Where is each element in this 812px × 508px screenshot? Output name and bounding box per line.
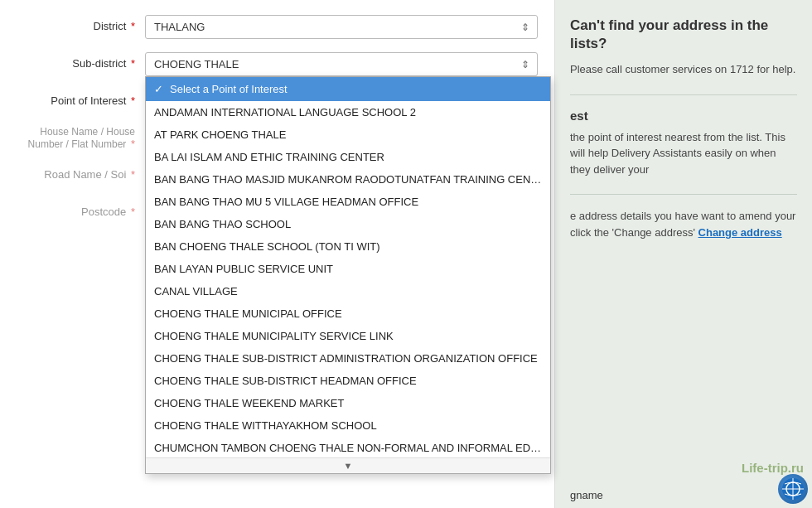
- change-address-link[interactable]: Change address: [698, 226, 782, 239]
- house-required: *: [131, 138, 135, 150]
- house-label: House Name / House Number / Flat Number …: [17, 120, 145, 150]
- district-select[interactable]: THALANG: [145, 15, 538, 39]
- list-item[interactable]: BAN BANG THAO SCHOOL: [146, 213, 550, 235]
- cant-find-section: Can't find your address in the lists? Pl…: [570, 17, 797, 78]
- poi-label: Point of Interest *: [17, 90, 145, 107]
- logo-area: [778, 474, 808, 504]
- list-item[interactable]: CHOENG THALE WEEKEND MARKET: [146, 392, 550, 414]
- poi-required: *: [131, 94, 135, 107]
- right-panel: Can't find your address in the lists? Pl…: [555, 0, 812, 508]
- poi-selected-text: Select a Point of Interest: [170, 83, 288, 95]
- checkmark-icon: ✓: [154, 83, 163, 95]
- list-item[interactable]: BAN LAYAN PUBLIC SERVICE UNIT: [146, 258, 550, 280]
- logo-circle-icon: [778, 474, 808, 504]
- list-item[interactable]: CHOENG THALE MUNICIPAL OFFICE: [146, 302, 550, 325]
- road-required: *: [131, 168, 135, 181]
- cant-find-text: Please call customer services on 1712 fo…: [570, 61, 797, 78]
- subdistrict-label: Sub-district *: [17, 52, 145, 70]
- subdistrict-required: *: [131, 57, 135, 70]
- around-travels-icon: [781, 477, 805, 501]
- list-item[interactable]: BAN BANG THAO MU 5 VILLAGE HEADMAN OFFIC…: [146, 191, 550, 213]
- subdistrict-field: CHOENG THALE ⇕: [145, 52, 538, 76]
- poi-dropdown-list[interactable]: ANDAMAN INTERNATIONAL LANGUAGE SCHOOL 2A…: [146, 101, 550, 457]
- district-label: District *: [17, 15, 145, 32]
- list-item[interactable]: BAN BANG THAO MASJID MUKANROM RAODOTUNAT…: [146, 168, 550, 191]
- scroll-down-indicator: ▼: [146, 457, 550, 473]
- form-section: District * THALANG ⇕ Sub-district * CHOE…: [0, 0, 555, 508]
- partial-label: gname: [570, 489, 603, 501]
- list-item[interactable]: CHOENG THALE SUB-DISTRICT HEADMAN OFFICE: [146, 370, 550, 392]
- poi-dropdown: ✓ Select a Point of Interest ANDAMAN INT…: [145, 76, 551, 474]
- subdistrict-select[interactable]: CHOENG THALE: [145, 52, 538, 76]
- road-label: Road Name / Soi *: [17, 163, 145, 181]
- subdistrict-select-wrapper: CHOENG THALE ⇕: [145, 52, 538, 76]
- list-item[interactable]: BAN CHOENG THALE SCHOOL (TON TI WIT): [146, 235, 550, 258]
- list-item[interactable]: CANAL VILLAGE: [146, 280, 550, 302]
- divider-1: [570, 94, 797, 95]
- district-required: *: [131, 20, 135, 32]
- district-row: District * THALANG ⇕: [0, 8, 554, 46]
- cant-find-title: Can't find your address in the lists?: [570, 17, 797, 53]
- poi-help-text: the point of interest nearest from the l…: [570, 129, 797, 178]
- list-item[interactable]: CHOENG THALE SUB-DISTRICT ADMINISTRATION…: [146, 347, 550, 370]
- postcode-required: *: [131, 206, 135, 218]
- district-field: THALANG ⇕: [145, 15, 538, 39]
- list-item[interactable]: CHOENG THALE MUNICIPALITY SERVICE LINK: [146, 325, 550, 347]
- watermark-text: Life-trip.ru: [742, 461, 804, 475]
- poi-dropdown-selected[interactable]: ✓ Select a Point of Interest: [146, 77, 550, 101]
- poi-help-title: est: [570, 109, 797, 123]
- divider-2: [570, 194, 797, 195]
- address-section: e address details you have want to amend…: [570, 208, 797, 240]
- list-item[interactable]: CHOENG THALE WITTHAYAKHOM SCHOOL: [146, 414, 550, 437]
- postcode-label: Postcode *: [17, 201, 145, 218]
- list-item[interactable]: AT PARK CHOENG THALE: [146, 123, 550, 146]
- address-change-text: e address details you have want to amend…: [570, 208, 797, 240]
- list-item[interactable]: CHUMCHON TAMBON CHOENG THALE NON-FORMAL …: [146, 437, 550, 457]
- district-select-wrapper: THALANG ⇕: [145, 15, 538, 39]
- list-item[interactable]: BA LAI ISLAM AND ETHIC TRAINING CENTER: [146, 146, 550, 168]
- poi-help-section: est the point of interest nearest from t…: [570, 109, 797, 178]
- list-item[interactable]: ANDAMAN INTERNATIONAL LANGUAGE SCHOOL 2: [146, 101, 550, 123]
